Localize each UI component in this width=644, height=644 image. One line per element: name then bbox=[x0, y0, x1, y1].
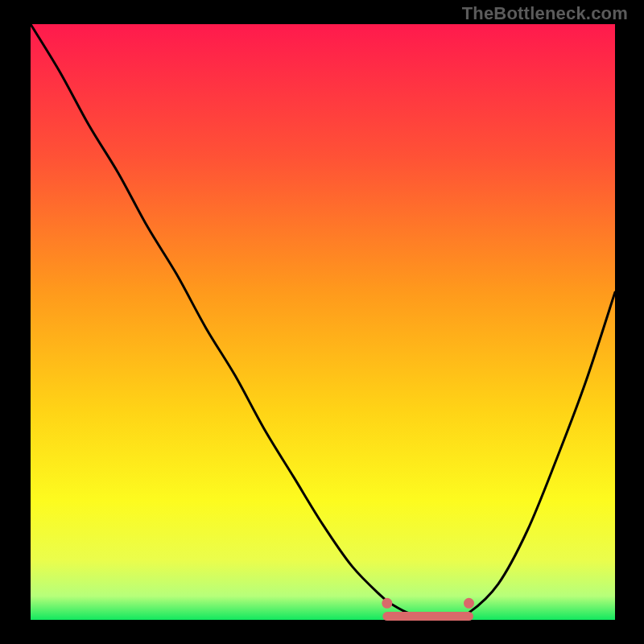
bottleneck-chart bbox=[0, 0, 644, 644]
optimal-range-end-dot bbox=[464, 598, 474, 609]
optimal-range-start-dot bbox=[382, 598, 392, 609]
chart-frame: TheBottleneck.com bbox=[0, 0, 644, 644]
